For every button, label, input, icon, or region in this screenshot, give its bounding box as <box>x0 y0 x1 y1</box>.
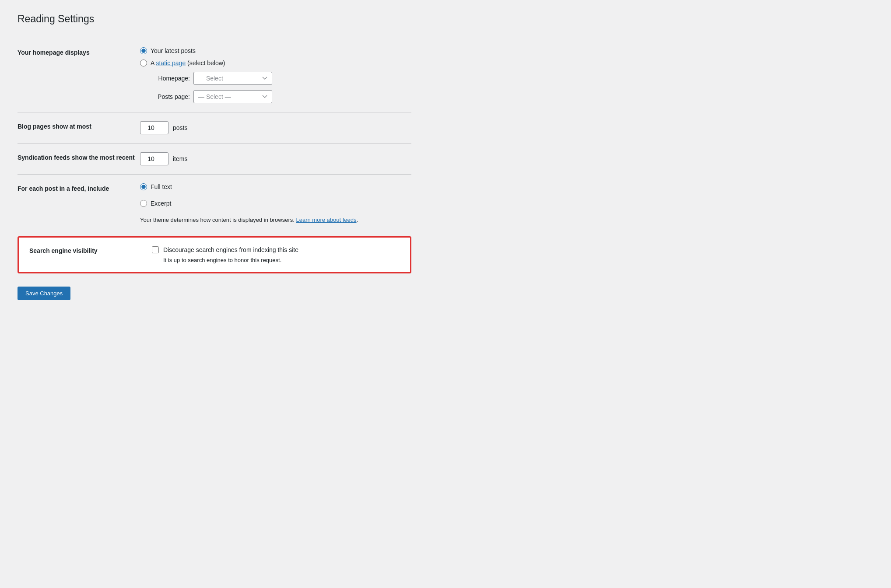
search-engine-checkbox[interactable] <box>152 246 159 253</box>
full-text-radio[interactable] <box>140 183 147 190</box>
homepage-select-group: Homepage: — Select — <box>151 72 411 85</box>
blog-pages-input[interactable] <box>140 121 168 134</box>
static-page-option[interactable]: A static page (select below) <box>140 60 411 66</box>
posts-page-select[interactable]: — Select — <box>193 90 272 103</box>
save-changes-button[interactable]: Save Changes <box>18 287 70 300</box>
full-text-option[interactable]: Full text <box>140 183 411 190</box>
posts-page-select-group: Posts page: — Select — <box>151 90 411 103</box>
syndication-input-row: items <box>140 152 411 165</box>
excerpt-radio[interactable] <box>140 200 147 207</box>
feed-radio-group: Full text Excerpt <box>140 183 411 212</box>
blog-pages-control: posts <box>140 121 411 134</box>
feed-include-row: For each post in a feed, include Full te… <box>18 174 411 232</box>
homepage-select[interactable]: — Select — <box>193 72 272 85</box>
learn-more-link[interactable]: Learn more about feeds <box>296 217 357 223</box>
search-engine-inner: Search engine visibility Discourage sear… <box>29 246 400 263</box>
posts-page-select-label: Posts page: <box>151 93 190 100</box>
blog-pages-input-row: posts <box>140 121 411 134</box>
homepage-displays-row: Your homepage displays Your latest posts… <box>18 38 411 112</box>
page-title: Reading Settings <box>18 13 873 25</box>
static-page-link[interactable]: static page <box>156 60 186 66</box>
syndication-label: Syndication feeds show the most recent <box>18 152 140 161</box>
search-engine-checkbox-row[interactable]: Discourage search engines from indexing … <box>152 246 400 253</box>
settings-form: Your homepage displays Your latest posts… <box>18 38 411 300</box>
static-page-suffix2: (select below) <box>187 60 225 66</box>
blog-pages-label: Blog pages show at most <box>18 121 140 130</box>
latest-posts-option[interactable]: Your latest posts <box>140 47 411 54</box>
search-engine-label: Search engine visibility <box>29 246 152 254</box>
static-page-label: A static page (select below) <box>151 60 225 66</box>
search-engine-control: Discourage search engines from indexing … <box>152 246 400 263</box>
latest-posts-label: Your latest posts <box>151 47 196 54</box>
theme-note: Your theme determines how content is dis… <box>140 217 411 223</box>
search-engine-checkbox-label: Discourage search engines from indexing … <box>163 246 298 253</box>
homepage-select-label: Homepage: <box>151 75 190 82</box>
latest-posts-radio[interactable] <box>140 47 147 54</box>
static-page-radio[interactable] <box>140 60 147 66</box>
search-engine-section: Search engine visibility Discourage sear… <box>18 236 411 273</box>
blog-pages-suffix: posts <box>173 124 187 131</box>
excerpt-label: Excerpt <box>151 200 171 207</box>
feed-include-label: For each post in a feed, include <box>18 183 140 192</box>
syndication-suffix: items <box>173 155 187 162</box>
homepage-displays-control: Your latest posts A static page (select … <box>140 47 411 103</box>
learn-more-suffix: . <box>357 217 358 223</box>
save-changes-section: Save Changes <box>18 282 411 300</box>
search-engine-note: It is up to search engines to honor this… <box>163 257 400 263</box>
static-page-prefix: A <box>151 60 154 66</box>
feed-include-control: Full text Excerpt Your theme determines … <box>140 183 411 223</box>
homepage-displays-label: Your homepage displays <box>18 47 140 56</box>
full-text-label: Full text <box>151 183 172 190</box>
excerpt-option[interactable]: Excerpt <box>140 200 411 207</box>
syndication-input[interactable] <box>140 152 168 165</box>
syndication-control: items <box>140 152 411 165</box>
syndication-row: Syndication feeds show the most recent i… <box>18 143 411 174</box>
blog-pages-row: Blog pages show at most posts <box>18 112 411 143</box>
